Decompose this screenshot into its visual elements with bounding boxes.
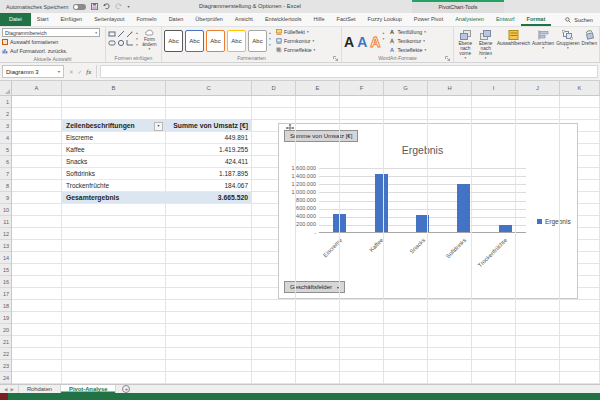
shape-line-icon[interactable]	[117, 30, 125, 38]
tab-format[interactable]: Format	[521, 13, 552, 26]
shape-style-thumbnail[interactable]: Abc	[185, 30, 204, 52]
row-header-22[interactable]: 22	[0, 348, 11, 360]
column-header-k[interactable]: K	[560, 81, 600, 95]
dialog-launcher-icon[interactable]	[445, 56, 450, 61]
row-header-21[interactable]: 21	[0, 336, 11, 348]
dialog-launcher-icon[interactable]	[333, 56, 338, 61]
chart-bar[interactable]	[499, 225, 512, 232]
column-header-c[interactable]: C	[166, 81, 252, 95]
row-header-4[interactable]: 4	[0, 132, 11, 144]
column-header-j[interactable]: J	[516, 81, 560, 95]
chart-bar[interactable]	[457, 184, 470, 232]
scroll-down-icon[interactable]: ▾	[382, 36, 384, 42]
reset-style-button[interactable]: Auf Formatvorl. zurücks.	[2, 47, 103, 55]
formula-input[interactable]	[100, 65, 598, 78]
tab-analysieren[interactable]: Analysieren	[449, 13, 490, 26]
gallery-more-icon[interactable]: ▾	[269, 42, 271, 48]
send-backward-button[interactable]: Ebene nach hinten ▾	[476, 28, 494, 60]
row-header-18[interactable]: 18	[0, 300, 11, 312]
tab-ansicht[interactable]: Ansicht	[229, 13, 259, 26]
shape-style-thumbnail[interactable]: Abc	[248, 30, 267, 52]
tab-power-pivot[interactable]: Power Pivot	[408, 13, 449, 26]
row-header-13[interactable]: 13	[0, 240, 11, 252]
insert-function-icon[interactable]: fx	[86, 68, 91, 76]
column-header-g[interactable]: G	[384, 81, 428, 95]
filter-dropdown-icon[interactable]: ▾	[154, 122, 163, 131]
text-outline-button[interactable]: A Textkontur ▾	[389, 37, 426, 45]
enter-icon[interactable]: ✓	[78, 69, 83, 75]
chart-title[interactable]: Ergebnis	[319, 144, 526, 156]
wordart-gallery[interactable]: AAA	[344, 29, 380, 54]
row-header-3[interactable]: 3	[0, 120, 11, 132]
sheet-tab-pivot-analyse[interactable]: Pivot-Analyse	[61, 385, 116, 393]
row-header-17[interactable]: 17	[0, 288, 11, 300]
column-header-a[interactable]: A	[12, 81, 62, 95]
shape-outline-button[interactable]: Formkontur ▾	[276, 37, 315, 45]
sheet-nav-prev-icon[interactable]: ◀	[4, 387, 7, 392]
row-header-6[interactable]: 6	[0, 156, 11, 168]
save-icon[interactable]	[91, 3, 98, 10]
table-row[interactable]: Trockenfrüchte184.067	[62, 180, 252, 192]
row-header-8[interactable]: 8	[0, 180, 11, 192]
format-selection-button[interactable]: Auswahl formatieren	[2, 38, 103, 46]
undo-icon[interactable]	[103, 3, 110, 10]
tab-entwicklertools[interactable]: Entwicklertools	[259, 13, 308, 26]
column-header-f[interactable]: F	[340, 81, 384, 95]
shape-elbow-icon[interactable]	[126, 39, 134, 47]
table-row[interactable]: Kaffee1.419.255	[62, 144, 252, 156]
new-sheet-button[interactable]: +	[122, 385, 130, 393]
sheet-tab-rohdaten[interactable]: Rohdaten	[18, 385, 61, 393]
tab-überprüfen[interactable]: Überprüfen	[189, 13, 229, 26]
shape-arrow-icon[interactable]	[126, 30, 134, 38]
row-header-12[interactable]: 12	[0, 228, 11, 240]
sheet-nav-next-icon[interactable]: ▶	[10, 387, 13, 392]
wordart-scrollbar[interactable]: ▴ ▾	[380, 30, 386, 54]
autosave-toggle[interactable]	[73, 4, 86, 10]
shapes-gallery[interactable]	[108, 30, 134, 54]
row-header-23[interactable]: 23	[0, 360, 11, 372]
row-header-24[interactable]: 24	[0, 372, 11, 384]
redo-icon[interactable]	[115, 3, 122, 10]
shape-oval-icon[interactable]	[117, 39, 125, 47]
shape-rounded-rect-icon[interactable]	[108, 39, 116, 47]
tab-daten[interactable]: Daten	[163, 13, 190, 26]
group-button[interactable]: Gruppieren ▾	[556, 28, 579, 60]
row-header-10[interactable]: 10	[0, 204, 11, 216]
row-header-5[interactable]: 5	[0, 144, 11, 156]
row-header-2[interactable]: 2	[0, 108, 11, 120]
name-box[interactable]: Diagramm 3 ▾	[2, 65, 64, 78]
rotate-button[interactable]: Drehen	[582, 28, 597, 60]
row-header-19[interactable]: 19	[0, 312, 11, 324]
qat-customize-icon[interactable]: ▾	[127, 4, 129, 9]
column-header-b[interactable]: B	[62, 81, 166, 95]
tab-seitenlayout[interactable]: Seitenlayout	[88, 13, 130, 26]
shape-style-thumbnail[interactable]: Abc	[164, 30, 183, 52]
chart-bar[interactable]	[375, 174, 388, 232]
row-header-15[interactable]: 15	[0, 264, 11, 276]
column-header-i[interactable]: I	[472, 81, 516, 95]
row-header-20[interactable]: 20	[0, 324, 11, 336]
contextual-tab-group[interactable]: PivotChart-Tools	[412, 0, 504, 13]
plot-area[interactable]	[319, 168, 526, 233]
table-row[interactable]: Eiscreme449.891	[62, 132, 252, 144]
tab-formeln[interactable]: Formeln	[130, 13, 162, 26]
shape-effects-button[interactable]: Formeffekte ▾	[276, 46, 315, 54]
column-header-h[interactable]: H	[428, 81, 472, 95]
column-header-d[interactable]: D	[252, 81, 296, 95]
tab-hilfe[interactable]: Hilfe	[308, 13, 331, 26]
shape-style-thumbnail[interactable]: Abc	[206, 30, 225, 52]
axis-field-button[interactable]: Geschäftsfelder ▾	[284, 281, 345, 293]
column-header-e[interactable]: E	[296, 81, 340, 95]
wordart-style[interactable]: A	[357, 30, 367, 54]
row-header-9[interactable]: 9	[0, 192, 11, 204]
selection-pane-button[interactable]: Auswahlbereich	[497, 28, 530, 60]
tab-start[interactable]: Start	[31, 13, 55, 26]
chart-legend[interactable]: Ergebnis	[537, 218, 571, 225]
row-header-7[interactable]: 7	[0, 168, 11, 180]
cell-grid[interactable]: Zeilenbeschriftungen ▾ Summe von Umsatz …	[12, 96, 600, 384]
tab-factset[interactable]: FactSet	[331, 13, 362, 26]
tab-fuzzy-lookup[interactable]: Fuzzy Lookup	[362, 13, 408, 26]
tab-entwurf[interactable]: Entwurf	[490, 13, 521, 26]
shape-rectangle-icon[interactable]	[108, 30, 116, 38]
bring-forward-button[interactable]: Ebene nach vorne ▾	[456, 28, 474, 60]
